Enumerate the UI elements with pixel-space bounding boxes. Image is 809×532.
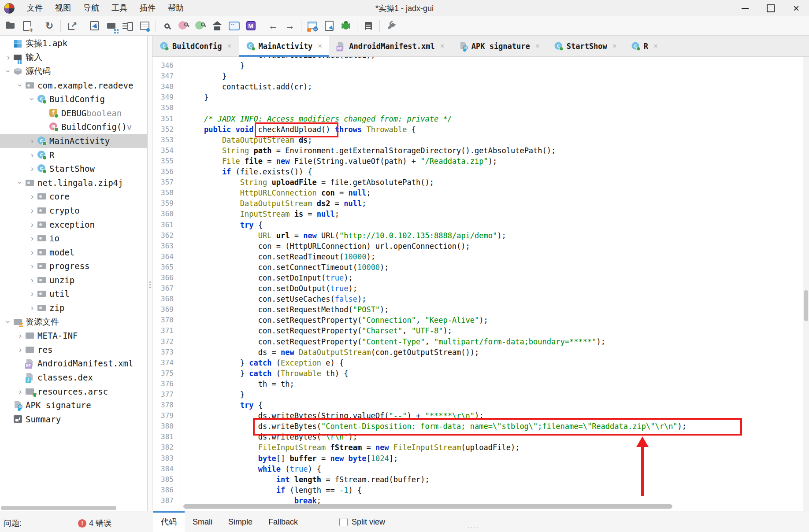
class-search-icon[interactable] bbox=[193, 18, 208, 33]
tree-item-Summary[interactable]: Summary bbox=[0, 412, 147, 426]
tab-AndroidManifest.xml[interactable]: AndroidManifest.xml× bbox=[329, 36, 451, 56]
tree-chevron-icon[interactable]: › bbox=[27, 164, 37, 174]
tab-APK signature[interactable]: APK signature× bbox=[452, 36, 547, 56]
minimize-button[interactable] bbox=[732, 0, 758, 16]
home-icon[interactable] bbox=[210, 18, 225, 33]
menu-导航[interactable]: 导航 bbox=[77, 0, 105, 16]
panel-splitter[interactable] bbox=[147, 36, 152, 511]
code-line-346[interactable]: 346} bbox=[152, 60, 803, 71]
inspect-code-icon[interactable] bbox=[322, 18, 337, 33]
code-line-369[interactable]: 369con.setRequestMethod("POST"); bbox=[152, 304, 803, 315]
view-tab-代码[interactable]: 代码 bbox=[153, 511, 185, 532]
code-line-382[interactable]: 382FileInputStream fStream = new FileInp… bbox=[152, 442, 803, 453]
code-line-356[interactable]: 356if (file.exists()) { bbox=[152, 166, 803, 177]
menu-插件[interactable]: 插件 bbox=[134, 0, 162, 16]
code-line-351[interactable]: 351/* JADX INFO: Access modifiers change… bbox=[152, 114, 803, 124]
code-line-373[interactable]: 373ds = new DataOutputStream(con.getOutp… bbox=[152, 347, 803, 358]
tree-item-zip[interactable]: ›zip bbox=[0, 301, 147, 315]
editor-hscrollbar-thumb[interactable] bbox=[183, 504, 672, 509]
tree-item-progress[interactable]: ›progress bbox=[0, 259, 147, 273]
reload-icon[interactable]: ↻ bbox=[42, 18, 57, 33]
tab-MainActivity[interactable]: MainActivity× bbox=[239, 36, 330, 56]
forward-icon[interactable]: → bbox=[282, 18, 297, 33]
editor-vscrollbar[interactable] bbox=[803, 57, 809, 511]
tree-chevron-icon[interactable]: › bbox=[15, 387, 25, 396]
code-line-363[interactable]: 363con = (HttpURLConnection) url.openCon… bbox=[152, 241, 803, 251]
code-line-371[interactable]: 371con.setRequestProperty("Charset", "UT… bbox=[152, 325, 803, 336]
code-line-366[interactable]: 366con.setDoInput(true); bbox=[152, 273, 803, 283]
view-tab-Smali[interactable]: Smali bbox=[185, 511, 220, 532]
tree-chevron-icon[interactable]: › bbox=[27, 206, 37, 215]
tree-chevron-icon[interactable]: › bbox=[27, 150, 37, 160]
tree-item-APK signature[interactable]: APK signature bbox=[0, 398, 147, 412]
tree-item-StartShow[interactable]: ›StartShow bbox=[0, 162, 147, 176]
tree-item-BuildConfig[interactable]: ›BuildConfig bbox=[0, 92, 147, 106]
code-line-378[interactable]: 378try { bbox=[152, 400, 803, 410]
menu-工具[interactable]: 工具 bbox=[105, 0, 134, 16]
tree-chevron-icon[interactable]: › bbox=[27, 275, 37, 285]
tree-item-资源文件[interactable]: ›资源文件 bbox=[0, 315, 147, 329]
console-icon[interactable] bbox=[226, 18, 241, 33]
tree-item-model[interactable]: ›model bbox=[0, 245, 147, 259]
tree-item-exception[interactable]: ›exception bbox=[0, 218, 147, 232]
maximize-button[interactable] bbox=[758, 0, 783, 16]
tree-chevron-icon[interactable]: › bbox=[4, 52, 13, 62]
tree-chevron-icon[interactable]: › bbox=[27, 94, 37, 104]
code-line-358[interactable]: 358HttpURLConnection con = null; bbox=[152, 188, 803, 198]
tab-close-icon[interactable]: × bbox=[227, 42, 232, 51]
tree-chevron-icon[interactable]: › bbox=[27, 220, 37, 229]
tree-chevron-icon[interactable]: › bbox=[27, 233, 37, 243]
tree-item-DEBUG[interactable]: DEBUG boolean bbox=[0, 106, 147, 120]
tab-close-icon[interactable]: × bbox=[318, 42, 322, 51]
text-search-icon[interactable] bbox=[176, 18, 191, 33]
menu-文件[interactable]: 文件 bbox=[21, 0, 49, 16]
rename-mappings-icon[interactable] bbox=[137, 18, 152, 33]
tab-close-icon[interactable]: × bbox=[440, 42, 445, 51]
tree-chevron-icon[interactable]: › bbox=[15, 178, 25, 188]
code-line-385[interactable]: 385int length = fStream.read(buffer); bbox=[152, 474, 803, 485]
view-tab-Simple[interactable]: Simple bbox=[220, 511, 260, 532]
code-line-345[interactable]: 345cr.addressList.add(data1); bbox=[152, 57, 803, 60]
code-line-360[interactable]: 360InputStream is = null; bbox=[152, 209, 803, 219]
tree-item-AndroidManifest.xml[interactable]: AndroidManifest.xml bbox=[0, 357, 147, 371]
tab-close-icon[interactable]: × bbox=[535, 42, 540, 51]
code-line-350[interactable]: 350 bbox=[152, 103, 803, 113]
code-line-353[interactable]: 353DataOutputStream ds; bbox=[152, 135, 803, 145]
tree-chevron-icon[interactable]: › bbox=[4, 66, 13, 76]
tree-item-crypto[interactable]: ›crypto bbox=[0, 203, 147, 218]
problems-status[interactable]: 问题: ! 4 错误 bbox=[4, 518, 111, 528]
export-icon[interactable] bbox=[64, 18, 79, 33]
tree-item-classes.dex[interactable]: classes.dex bbox=[0, 370, 147, 384]
tree-chevron-icon[interactable]: › bbox=[27, 289, 37, 299]
back-icon[interactable]: ← bbox=[266, 18, 281, 33]
tree-item-util[interactable]: ›util bbox=[0, 287, 147, 301]
preferences-icon[interactable]: ⚙ bbox=[305, 18, 320, 33]
tree-item-com.example.readeve[interactable]: ›com.example.readeve bbox=[0, 78, 147, 92]
tree-chevron-icon[interactable]: › bbox=[27, 136, 37, 146]
tab-StartShow[interactable]: StartShow× bbox=[547, 36, 624, 56]
tab-BuildConfig[interactable]: BuildConfig× bbox=[152, 36, 239, 56]
code-line-375[interactable]: 375} catch (Throwable th) { bbox=[152, 368, 803, 379]
flatten-packages-icon[interactable] bbox=[120, 18, 135, 33]
tree-chevron-icon[interactable]: › bbox=[15, 81, 25, 90]
tree-chevron-icon[interactable]: › bbox=[27, 261, 37, 271]
tab-R[interactable]: R× bbox=[624, 36, 665, 56]
tree-chevron-icon[interactable]: › bbox=[27, 248, 37, 257]
split-view-checkbox[interactable] bbox=[339, 518, 348, 526]
tree-item-core[interactable]: ›core bbox=[0, 190, 147, 204]
tools-icon[interactable] bbox=[383, 18, 398, 33]
tree-item-MainActivity[interactable]: ›MainActivity bbox=[0, 134, 147, 148]
debug-icon[interactable] bbox=[338, 18, 353, 33]
split-view-toggle[interactable]: Split view bbox=[339, 511, 385, 532]
code-line-367[interactable]: 367con.setDoOutput(true); bbox=[152, 283, 803, 294]
tree-item-实操1.apk[interactable]: 实操1.apk bbox=[0, 37, 147, 51]
code-line-372[interactable]: 372con.setRequestProperty("Content-Type"… bbox=[152, 336, 803, 347]
tree-item-res[interactable]: ›res bbox=[0, 343, 147, 357]
tree-chevron-icon[interactable]: › bbox=[4, 317, 13, 327]
open-file-icon[interactable] bbox=[3, 18, 18, 33]
tree-item-resources.arsc[interactable]: ›resources.arsc bbox=[0, 384, 147, 399]
tree-item-META-INF[interactable]: ›META-INF bbox=[0, 329, 147, 343]
menu-帮助[interactable]: 帮助 bbox=[162, 0, 190, 16]
code-line-386[interactable]: 386if (length == -1) { bbox=[152, 485, 803, 495]
code-line-347[interactable]: 347} bbox=[152, 71, 803, 81]
